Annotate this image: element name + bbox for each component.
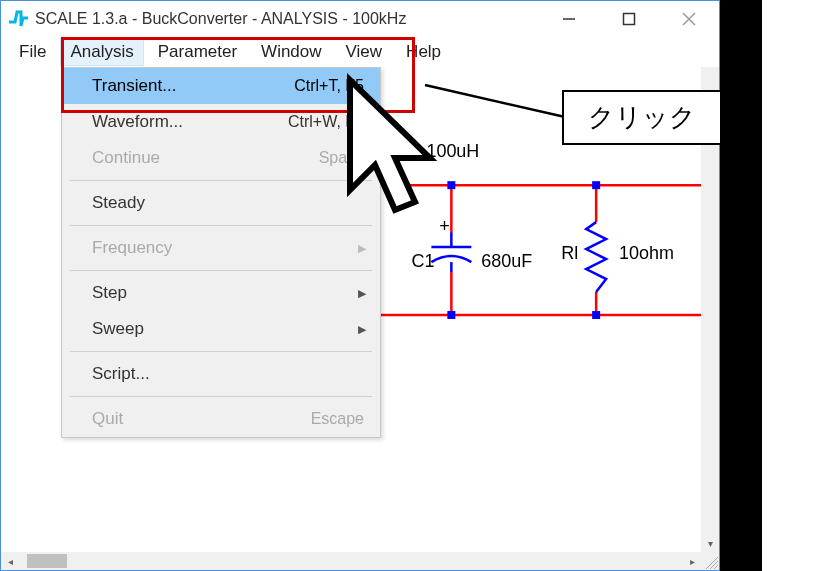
svg-text:+: +: [439, 216, 449, 236]
chevron-right-icon: ▶: [358, 287, 366, 300]
menu-transient[interactable]: Transient... Ctrl+T, F5: [62, 68, 380, 104]
menu-bar: File Analysis Parameter Window View Help: [1, 37, 719, 67]
svg-rect-17: [592, 311, 600, 319]
svg-line-19: [710, 561, 718, 569]
svg-rect-8: [447, 181, 455, 189]
menu-help[interactable]: Help: [396, 38, 451, 66]
hscroll-thumb[interactable]: [27, 554, 67, 568]
menu-separator: [70, 351, 372, 352]
window-controls: [539, 1, 719, 37]
menu-file[interactable]: File: [9, 38, 56, 66]
menu-waveform[interactable]: Waveform... Ctrl+W, F6: [62, 104, 380, 140]
maximize-button[interactable]: [599, 1, 659, 37]
resize-grip[interactable]: [701, 552, 719, 570]
r1-name-label: Rl: [561, 243, 578, 263]
minimize-button[interactable]: [539, 1, 599, 37]
svg-rect-1: [624, 14, 635, 25]
menu-view[interactable]: View: [336, 38, 393, 66]
svg-rect-9: [447, 311, 455, 319]
svg-rect-16: [592, 181, 600, 189]
menu-step[interactable]: Step ▶: [62, 275, 380, 311]
chevron-right-icon: ▶: [358, 242, 366, 255]
r1-value-label: 10ohm: [619, 243, 674, 263]
svg-line-20: [714, 565, 718, 569]
callout-text: クリック: [588, 100, 696, 135]
close-button[interactable]: [659, 1, 719, 37]
analysis-dropdown: Transient... Ctrl+T, F5 Waveform... Ctrl…: [61, 67, 381, 438]
menu-script[interactable]: Script...: [62, 356, 380, 392]
menu-window[interactable]: Window: [251, 38, 331, 66]
menu-continue: Continue Space: [62, 140, 380, 176]
menu-sweep[interactable]: Sweep ▶: [62, 311, 380, 347]
c1-name-label: C1: [411, 251, 434, 271]
menu-analysis[interactable]: Analysis: [60, 38, 143, 66]
menu-separator: [70, 396, 372, 397]
horizontal-scrollbar[interactable]: ◂ ▸: [1, 552, 701, 570]
title-bar: SCALE 1.3.a - BuckConverter - ANALYSIS -…: [1, 1, 719, 37]
menu-separator: [70, 180, 372, 181]
menu-frequency: Frequency ▶: [62, 230, 380, 266]
scroll-right-icon[interactable]: ▸: [683, 552, 701, 570]
screenshot-border: [720, 0, 762, 571]
menu-parameter[interactable]: Parameter: [148, 38, 247, 66]
app-icon: [7, 8, 29, 30]
l1-value-label: 100uH: [426, 141, 479, 161]
chevron-right-icon: ▶: [358, 323, 366, 336]
c1-value-label: 680uF: [481, 251, 532, 271]
menu-separator: [70, 270, 372, 271]
menu-separator: [70, 225, 372, 226]
app-window: SCALE 1.3.a - BuckConverter - ANALYSIS -…: [0, 0, 720, 571]
menu-steady[interactable]: Steady: [62, 185, 380, 221]
window-title: SCALE 1.3.a - BuckConverter - ANALYSIS -…: [35, 10, 539, 28]
callout-box: クリック: [562, 90, 722, 145]
scroll-left-icon[interactable]: ◂: [1, 552, 19, 570]
scroll-down-icon[interactable]: ▾: [701, 534, 719, 552]
menu-quit: Quit Escape: [62, 401, 380, 437]
